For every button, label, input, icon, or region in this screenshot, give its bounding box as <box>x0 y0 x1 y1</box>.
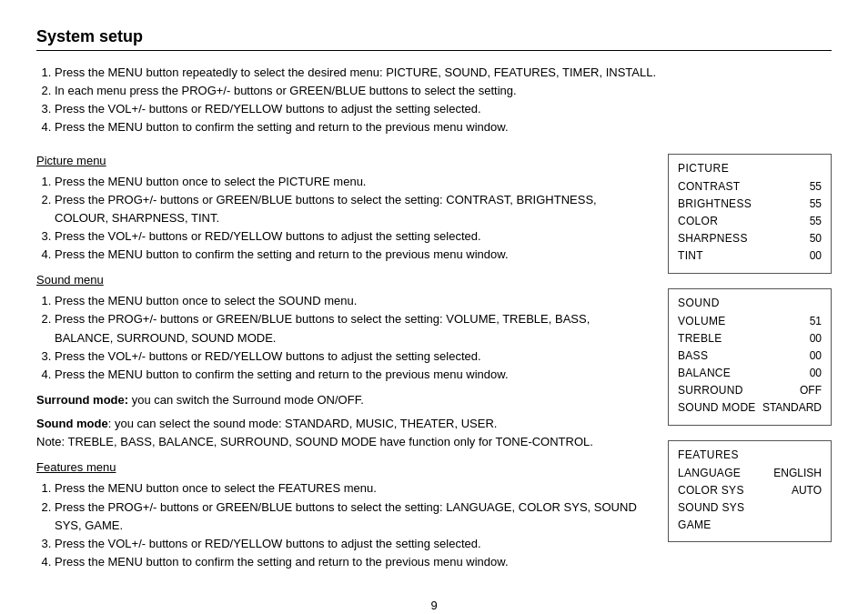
intro-item-1: Press the MENU button repeatedly to sele… <box>55 64 832 82</box>
picture-color-row: COLOR 55 <box>678 213 822 230</box>
features-item-1: Press the MENU button once to select the… <box>55 479 650 498</box>
page-title: System setup <box>36 27 832 51</box>
sound-menu-title: Sound menu <box>36 273 650 287</box>
picture-brightness-row: BRIGHTNESS 55 <box>678 196 822 213</box>
picture-item-1: Press the MENU button once to select the… <box>55 173 650 191</box>
picture-menu-list: Press the MENU button once to select the… <box>55 173 650 265</box>
picture-contrast-row: CONTRAST 55 <box>678 178 822 196</box>
features-item-2: Press the PROG+/- buttons or GREEN/BLUE … <box>55 498 650 535</box>
features-soundsys-row: SOUND SYS <box>678 499 822 517</box>
picture-sharpness-row: SHARPNESS 50 <box>678 230 822 247</box>
sound-surround-row: SURROUND OFF <box>678 382 822 399</box>
sound-volume-row: VOLUME 51 <box>678 313 822 330</box>
surround-note: Surround mode: you can switch the Surrou… <box>36 391 650 409</box>
picture-item-3: Press the VOL+/- buttons or RED/YELLOW b… <box>55 227 650 246</box>
intro-item-3: Press the VOL+/- buttons or RED/YELLOW b… <box>55 100 832 118</box>
sound-item-2: Press the PROG+/- buttons or GREEN/BLUE … <box>55 310 650 347</box>
picture-tint-row: TINT 00 <box>678 247 822 265</box>
features-box-title: FEATURES <box>678 448 822 461</box>
page-number: 9 <box>36 599 832 612</box>
picture-menu-title: Picture menu <box>36 154 650 167</box>
sound-box-title: SOUND <box>678 297 822 309</box>
features-language-row: LANGUAGE ENGLISH <box>678 465 822 482</box>
sound-menu-list: Press the MENU button once to select the… <box>55 292 650 384</box>
picture-box-title: PICTURE <box>678 162 822 175</box>
sound-mode-note: Sound mode: you can select the sound mod… <box>36 415 650 451</box>
intro-item-2: In each menu press the PROG+/- buttons o… <box>55 82 832 100</box>
sound-menu-section: Sound menu Press the MENU button once to… <box>36 273 650 451</box>
features-item-4: Press the MENU button to confirm the set… <box>55 553 650 571</box>
sound-item-4: Press the MENU button to confirm the set… <box>55 366 650 384</box>
features-item-3: Press the VOL+/- buttons or RED/YELLOW b… <box>55 535 650 553</box>
picture-item-4: Press the MENU button to confirm the set… <box>55 246 650 264</box>
features-menu-list: Press the MENU button once to select the… <box>55 479 650 571</box>
picture-menu-box: PICTURE CONTRAST 55 BRIGHTNESS 55 COLOR … <box>668 154 832 274</box>
intro-item-4: Press the MENU button to confirm the set… <box>55 118 832 136</box>
sound-bass-row: BASS 00 <box>678 347 822 365</box>
sound-item-3: Press the VOL+/- buttons or RED/YELLOW b… <box>55 347 650 366</box>
sound-balance-row: BALANCE 00 <box>678 365 822 382</box>
picture-item-2: Press the PROG+/- buttons or GREEN/BLUE … <box>55 191 650 227</box>
features-game-row: GAME <box>678 517 822 534</box>
picture-menu-section: Picture menu Press the MENU button once … <box>36 154 650 265</box>
features-colorsys-row: COLOR SYS AUTO <box>678 482 822 499</box>
features-menu-box: FEATURES LANGUAGE ENGLISH COLOR SYS AUTO… <box>668 440 832 543</box>
intro-list: Press the MENU button repeatedly to sele… <box>55 64 832 137</box>
sound-item-1: Press the MENU button once to select the… <box>55 292 650 310</box>
sound-treble-row: TREBLE 00 <box>678 330 822 347</box>
menu-boxes: PICTURE CONTRAST 55 BRIGHTNESS 55 COLOR … <box>668 154 832 581</box>
sound-menu-box: SOUND VOLUME 51 TREBLE 00 BASS 00 BALANC… <box>668 288 832 426</box>
features-menu-title: Features menu <box>36 460 650 474</box>
features-menu-section: Features menu Press the MENU button once… <box>36 460 650 571</box>
sound-soundmode-row: SOUND MODE STANDARD <box>678 399 822 417</box>
